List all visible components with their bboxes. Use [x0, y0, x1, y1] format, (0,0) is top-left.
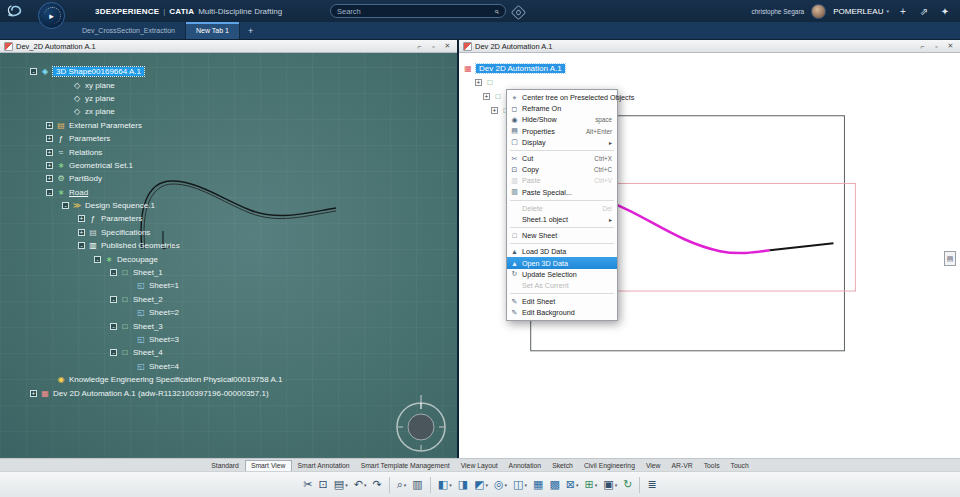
close-icon[interactable]: ✕ — [945, 42, 956, 50]
tree-expander[interactable]: + — [475, 79, 482, 86]
tree-item-label[interactable]: Sheet=4 — [149, 362, 179, 371]
tree-item[interactable]: ◇ yz plane — [0, 92, 282, 105]
tree-item[interactable]: - □ Sheet_2 — [0, 293, 282, 306]
cut-button[interactable]: ✂ ▾ — [301, 475, 314, 495]
maximize-icon[interactable]: ▫ — [428, 43, 439, 50]
tree-expander[interactable]: + — [46, 162, 53, 169]
tree-overview-handle-icon[interactable]: ▤ — [944, 251, 956, 266]
menu-item[interactable]: Set As Current — [507, 280, 617, 291]
ribbon-tab[interactable]: Annotation — [504, 461, 547, 470]
menu-item[interactable]: ▲ Load 3D Data — [507, 246, 617, 257]
user-avatar[interactable] — [811, 4, 826, 19]
catalog-browser-button[interactable]: ▥ ▾ — [410, 475, 424, 495]
ribbon-tab[interactable]: AR-VR — [667, 461, 698, 470]
tree-item-label[interactable]: zx plane — [85, 107, 115, 116]
tree-item-label[interactable]: Sheet=2 — [149, 308, 179, 317]
tree-item-label[interactable]: External Parameters — [69, 121, 142, 130]
detail-view-button[interactable]: ◎ ▾ — [492, 475, 509, 495]
share-icon[interactable]: ⇗ — [917, 6, 931, 17]
tree-item-label[interactable]: yz plane — [85, 94, 115, 103]
tree-item-label[interactable]: Road — [69, 188, 88, 197]
add-content-icon[interactable]: + — [896, 6, 910, 17]
tree-expander[interactable]: + — [483, 93, 490, 100]
maximize-icon[interactable]: ▫ — [931, 43, 942, 50]
ribbon-tab[interactable]: Smart View — [245, 460, 292, 471]
tree-item[interactable]: - ∗ Decoupage — [0, 252, 282, 265]
tag-icon[interactable] — [511, 4, 527, 20]
tree-item-label[interactable]: xy plane — [85, 81, 115, 90]
3dexperience-compass-logo[interactable]: ▸ — [38, 2, 65, 29]
menu-item[interactable]: ✎ Edit Background — [507, 307, 617, 318]
tree-item[interactable]: ◉ Knowledge Engineering Specification Ph… — [0, 373, 282, 386]
3d-viewport[interactable]: - ◈ 3D Shape00169664 A.1 ◇ xy plane ◇ yz… — [0, 53, 457, 458]
menu-item[interactable]: Sheet.1 object — [507, 214, 617, 225]
tree-expander[interactable]: + — [30, 390, 37, 397]
tree-item-label[interactable]: Parameters — [101, 214, 142, 223]
tree-item[interactable]: - ◈ 3D Shape00169664 A.1 — [0, 65, 282, 78]
tree-item-label[interactable]: Specifications — [101, 228, 150, 237]
new-sheet-button[interactable]: ⊞ ▾ — [583, 475, 600, 495]
ribbon-tab[interactable]: Smart Annotation — [293, 461, 355, 470]
tree-expander[interactable]: - — [110, 323, 117, 330]
tree-expander[interactable]: - — [94, 256, 101, 263]
search-input[interactable]: Search ⌕ — [330, 4, 506, 18]
tree-item[interactable]: ◱ Sheet=2 — [0, 306, 282, 319]
drawing-viewport[interactable]: ▦ Dev 2D Automation A.1 + □ + □ + □ — [459, 53, 960, 458]
tree-item[interactable]: + □ — [463, 75, 565, 89]
tree-item-label[interactable]: Decoupage — [117, 255, 158, 264]
ribbon-tab[interactable]: Standard — [206, 461, 244, 470]
clipping-view-button[interactable]: ◫ ▾ — [511, 475, 529, 495]
tree-expander[interactable]: - — [110, 349, 117, 356]
tree-item[interactable]: ◇ xy plane — [0, 78, 282, 91]
tree-item[interactable]: ◱ Sheet=3 — [0, 333, 282, 346]
tree-root-item[interactable]: ▦ Dev 2D Automation A.1 — [463, 61, 565, 75]
instantiate-2d-component-button[interactable]: ▣ ▾ — [601, 475, 619, 495]
tree-item[interactable]: + ▤ Specifications — [0, 226, 282, 239]
menu-item[interactable]: ↻ Update Selection — [507, 269, 617, 280]
ribbon-tab[interactable]: View — [641, 461, 666, 470]
menu-item[interactable]: ◻ Reframe On — [507, 103, 617, 114]
ribbon-tab[interactable]: Tools — [699, 461, 725, 470]
tree-item[interactable]: - ≫ Design Sequence.1 — [0, 199, 282, 212]
tree-expander[interactable]: + — [46, 122, 53, 129]
tree-item-label[interactable]: Design Sequence.1 — [85, 201, 155, 210]
tree-item[interactable]: - □ Sheet_1 — [0, 266, 282, 279]
tree-root-label[interactable]: Dev 2D Automation A.1 — [476, 64, 565, 73]
section-view-button[interactable]: ◩ ▾ — [472, 475, 490, 495]
menu-item[interactable]: ▥ Paste Special... — [507, 187, 617, 198]
tree-expander[interactable]: + — [46, 175, 53, 182]
right-window-title-bar[interactable]: Dev 2D Automation A.1 ⌐ ▫ ✕ — [459, 40, 960, 53]
tree-item-label[interactable]: Sheet_4 — [133, 348, 163, 357]
tree-expander[interactable]: - — [62, 202, 69, 209]
menu-item[interactable]: Delete Del — [507, 203, 617, 214]
tree-expander[interactable]: + — [78, 229, 85, 236]
tree-item-label[interactable]: Sheet_3 — [133, 322, 163, 331]
tree-item[interactable]: + ƒ Parameters — [0, 212, 282, 225]
tree-item[interactable]: - ▥ Published Geometries — [0, 239, 282, 252]
undock-icon[interactable]: ⌐ — [917, 43, 928, 50]
isometric-view-button[interactable]: ⊠ ▾ — [564, 475, 581, 495]
redo-button[interactable]: ↷ ▾ — [370, 475, 383, 495]
menu-item[interactable]: ⌖ Center tree on Preselected Objects — [507, 92, 617, 103]
front-view-button[interactable]: ◧ ▾ — [436, 475, 454, 495]
ribbon-tab[interactable]: Sketch — [547, 461, 578, 470]
tree-expander[interactable]: + — [491, 107, 498, 114]
undo-button[interactable]: ↶ ▾ — [352, 475, 369, 495]
new-tab-button[interactable]: + — [240, 22, 261, 39]
menu-item[interactable]: ⊡ Copy Ctrl+C — [507, 164, 617, 175]
zoom-button[interactable]: ⌕ ▾ — [395, 475, 409, 495]
tree-expander[interactable]: + — [78, 215, 85, 222]
document-tab[interactable]: Dev_CrossSection_Extraction — [72, 22, 186, 39]
tree-expander[interactable]: + — [46, 135, 53, 142]
tree-expander[interactable]: - — [110, 269, 117, 276]
view-compass[interactable] — [392, 393, 450, 453]
tree-item[interactable]: - □ Sheet_3 — [0, 319, 282, 332]
menu-item[interactable]: ▤ Properties Alt+Enter — [507, 126, 617, 137]
left-window-title-bar[interactable]: Dev_2D Automation A.1 ⌐ ▫ ✕ — [0, 40, 457, 53]
frame-title-block-button[interactable]: ≣ ▾ — [645, 475, 658, 495]
tree-item[interactable]: ◇ zx plane — [0, 105, 282, 118]
paste-button[interactable]: ▤ ▾ — [332, 475, 350, 495]
tree-expander[interactable]: - — [78, 242, 85, 249]
menu-item[interactable]: ▢ Display — [507, 137, 617, 148]
menu-item[interactable]: ✂ Cut Ctrl+X — [507, 153, 617, 164]
